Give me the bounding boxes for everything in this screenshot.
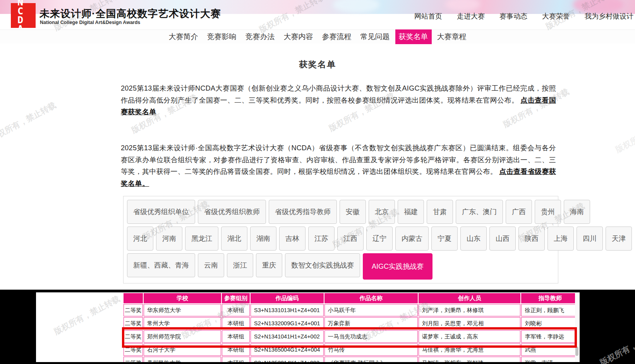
filter-button[interactable]: 天津 — [606, 227, 632, 251]
subnav-process[interactable]: 参赛流程 — [319, 29, 355, 44]
table-scrollbar-thumb[interactable] — [575, 347, 578, 356]
watermark: 版权所有，禁止转载 — [0, 100, 58, 143]
filter-button[interactable]: 陕西 — [518, 227, 545, 251]
site-subtitle: National College Digital Art&Design Awar… — [40, 20, 140, 25]
banner-decoration — [333, 0, 379, 12]
subnav-influence[interactable]: 竞赛影响 — [204, 29, 240, 44]
subnav-intro[interactable]: 大赛简介 — [165, 29, 202, 44]
column-header: 学校 — [144, 293, 221, 303]
table-cell: 一马当先功成志 — [324, 330, 418, 343]
filter-button[interactable]: 甘肃 — [427, 200, 453, 224]
filter-button[interactable]: 重庆 — [256, 253, 282, 277]
subnav-awards-active[interactable]: 获奖名单 — [395, 29, 432, 44]
filter-button[interactable]: 上海 — [547, 227, 574, 251]
filter-button[interactable]: 湖北 — [221, 227, 247, 251]
page-title: 获奖名单 — [0, 59, 635, 70]
top-nav-honor[interactable]: 大赛荣誉 — [542, 12, 570, 21]
column-header — [124, 293, 143, 303]
table-row: 二等奖郑州师范学院本研组S2+N1341041H1+Z4+002一马当先功成志谌… — [124, 330, 579, 343]
filter-button[interactable]: 吉林 — [279, 227, 305, 251]
filter-button[interactable]: 广东、澳门 — [456, 200, 503, 224]
table-cell: 本研组 — [222, 357, 250, 362]
table-cell: 马佳祺，海唐华，尤海慧 — [419, 343, 521, 356]
table-cell: 刘晓彬 — [521, 317, 579, 330]
filter-button[interactable]: 山西 — [489, 227, 516, 251]
results-band: 学校参赛组别作品编码作品名称创作人员指导教师 二等奖华东师范大学本研组S3+N1… — [0, 290, 635, 364]
filter-button[interactable]: 云南 — [198, 253, 224, 277]
filter-button[interactable]: 新疆、西藏、青海 — [127, 253, 195, 277]
top-nav-home[interactable]: 网站首页 — [414, 12, 442, 21]
filter-button[interactable]: 贵州 — [535, 200, 561, 224]
table-cell: 二等奖 — [124, 330, 143, 343]
filter-button[interactable]: 海南 — [564, 200, 590, 224]
table-row: 二等奖常州大学本研组S2+N1332009G1+Z4+001万象弈新刘月阳，吴思… — [124, 317, 579, 330]
table-cell: 《华夏蹄声·骑行同心》 — [324, 357, 418, 362]
filter-button[interactable]: 省级优秀指导教师 — [269, 200, 337, 224]
filter-button[interactable]: 数智文创实践挑战赛 — [285, 253, 360, 277]
table-row: 二等奖石河子大学本研组S2+N1365004G1+Z4+004竹马传马佳祺，海唐… — [124, 343, 579, 356]
table-cell: 刘月阳，吴思雯，邓元相 — [419, 317, 521, 330]
filter-button[interactable]: 江西 — [337, 227, 364, 251]
filter-button[interactable]: 黑龙江 — [185, 227, 218, 251]
top-nav-village-design[interactable]: 我为乡村做设计 — [585, 12, 633, 21]
table-cell: 本研组 — [222, 317, 250, 330]
filter-button[interactable]: 内蒙古 — [395, 227, 429, 251]
filter-row: 省级优秀组织单位省级优秀组织教师省级优秀指导教师安徽北京福建甘肃广东、澳门广西贵… — [127, 200, 554, 224]
filter-button[interactable]: 浙江 — [227, 253, 253, 277]
top-nav: 网站首页 走进大赛 赛事动态 大赛荣誉 我为乡村做设计 — [414, 12, 633, 21]
filter-button[interactable]: 辽宁 — [366, 227, 393, 251]
filter-row: 新疆、西藏、青海云南浙江重庆数智文创实践挑战赛AIGC实践挑战赛 — [127, 253, 554, 280]
table-cell: 张雷，韦清 — [521, 357, 579, 362]
filter-row: 河北河南黑龙江湖北湖南吉林江苏江西辽宁内蒙古宁夏山东山西陕西上海四川天津 — [127, 227, 554, 251]
table-cell: 二等奖 — [124, 317, 143, 330]
table-cell: 竹马传 — [324, 343, 418, 356]
table-row: 二等奖贵州民族大学本研组S3+N1352014K1+Z4+003《华夏蹄声·骑行… — [124, 357, 579, 362]
provincial-awards-paragraph: 2025第13届未来设计师·全国高校数字艺术设计大赛（NCDA）省级赛事（不含数… — [121, 142, 556, 189]
watermark: 版权所有，禁止转载 — [613, 111, 635, 155]
filter-button[interactable]: 福建 — [398, 200, 424, 224]
table-cell: 刘严泽，刘秉昂，林修琪 — [419, 304, 521, 316]
filter-button[interactable]: 四川 — [577, 227, 603, 251]
filter-button[interactable]: AIGC实践挑战赛 — [363, 253, 432, 280]
subnav-content[interactable]: 大赛内容 — [280, 29, 317, 44]
ncda-logo[interactable]: NCDA — [11, 3, 36, 28]
paragraph-text: 2025第13届未来设计师·全国高校数字艺术设计大赛（NCDA）省级赛事（不含数… — [121, 144, 556, 175]
filter-button[interactable]: 广西 — [506, 200, 532, 224]
paragraph-text: 2025第13届未来设计师NCDA大赛国赛（创新创业赛之义乌小商品设计大赛、数智… — [121, 84, 556, 104]
table-cell: 小马跃千年 — [324, 304, 418, 316]
filter-button[interactable]: 河北 — [127, 227, 153, 251]
filter-button[interactable]: 北京 — [369, 200, 395, 224]
filter-button[interactable]: 江苏 — [308, 227, 335, 251]
filter-button[interactable]: 湖南 — [250, 227, 276, 251]
top-nav-news[interactable]: 赛事动态 — [499, 12, 527, 21]
table-cell: 石河子大学 — [144, 343, 221, 356]
table-header-row: 学校参赛组别作品编码作品名称创作人员指导教师 — [124, 293, 579, 303]
column-header: 创作人员 — [419, 293, 521, 303]
filter-button[interactable]: 安徽 — [340, 200, 366, 224]
table-cell: 谌梦寒，王诚成，高东 — [419, 330, 521, 343]
subnav-method[interactable]: 竞赛办法 — [242, 29, 278, 44]
table-cell: S3+N1331013H1+Z4+001 — [251, 304, 324, 316]
table-cell: 华东师范大学 — [144, 304, 221, 316]
table-cell: 二等奖 — [124, 343, 143, 356]
region-filter-panel: 省级优秀组织单位省级优秀组织教师省级优秀指导教师安徽北京福建甘肃广东、澳门广西贵… — [123, 196, 558, 283]
filter-button[interactable]: 宁夏 — [431, 227, 458, 251]
top-nav-about[interactable]: 走进大赛 — [457, 12, 485, 21]
table-cell: 本研组 — [222, 304, 250, 316]
table-cell: S2+N1332009G1+Z4+001 — [251, 317, 324, 330]
filter-button[interactable]: 河南 — [156, 227, 182, 251]
table-cell: 二等奖 — [124, 357, 143, 362]
subnav-faq[interactable]: 常见问题 — [357, 29, 393, 44]
subnav-charter[interactable]: 大赛章程 — [434, 29, 470, 44]
results-panel: 学校参赛组别作品编码作品名称创作人员指导教师 二等奖华东师范大学本研组S3+N1… — [36, 292, 580, 362]
table-cell: 本研组 — [222, 343, 250, 356]
table-cell: 郑州师范学院 — [144, 330, 221, 343]
filter-button[interactable]: 省级优秀组织教师 — [198, 200, 266, 224]
table-cell: 万象弈新 — [324, 317, 418, 330]
filter-button[interactable]: 山东 — [460, 227, 487, 251]
banner-decoration — [445, 0, 480, 11]
filter-button[interactable]: 省级优秀组织单位 — [127, 200, 195, 224]
table-row: 二等奖华东师范大学本研组S3+N1331013H1+Z4+001小马跃千年刘严泽… — [124, 304, 579, 316]
table-scrollbar-track — [575, 292, 579, 362]
table-cell: 李军锋，李静远 — [521, 330, 579, 343]
